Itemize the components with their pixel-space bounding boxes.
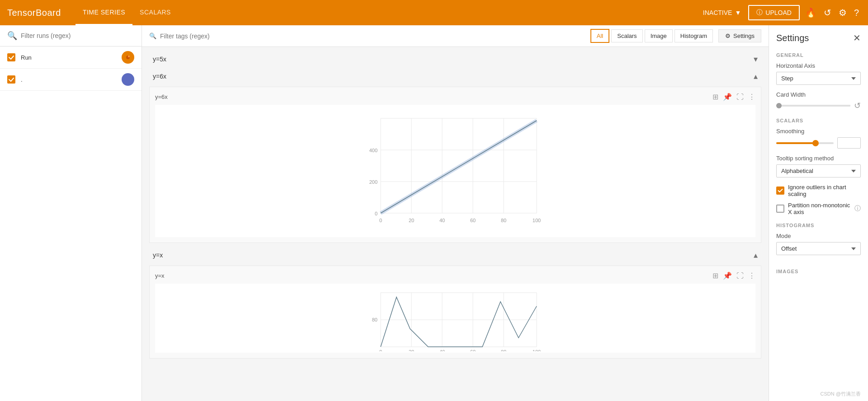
ignore-outliers-checkbox[interactable]: [776, 187, 784, 195]
card-width-row: ↺: [776, 101, 861, 111]
runs-search: 🔍: [0, 25, 142, 47]
runs-search-input[interactable]: [21, 32, 134, 39]
images-section-label: IMAGES: [776, 269, 861, 274]
ignore-outliers-row: Ignore outliers in chart scaling: [776, 184, 861, 197]
chevron-down-icon: ▼: [735, 9, 741, 16]
smoothing-input[interactable]: 0.6: [837, 137, 861, 149]
card-width-slider[interactable]: [776, 105, 850, 107]
more2-icon[interactable]: ⋮: [748, 271, 755, 280]
filter-buttons: All Scalars Image Histogram: [590, 29, 713, 43]
expand-icon[interactable]: ⛶: [736, 93, 744, 101]
chart-header-y6x: y=6x ⊞ 📌 ⛶ ⋮: [155, 93, 755, 101]
mode-select[interactable]: Offset Overlay: [776, 242, 861, 255]
filter-all[interactable]: All: [590, 29, 609, 43]
section-chevron-y5x: ▾: [754, 54, 758, 64]
search-icon: 🔍: [7, 31, 17, 41]
chart-card-yx: y=x ⊞ 📌 ⛶ ⋮: [149, 266, 761, 359]
charts-area: y=5x ▾ y=6x ▴ y=6x ⊞ 📌 ⛶ ⋮: [142, 47, 769, 401]
svg-text:80: 80: [501, 349, 506, 351]
section-chevron-yx: ▴: [754, 250, 758, 260]
settings-button[interactable]: ⚙ Settings: [718, 29, 761, 42]
filter-image[interactable]: Image: [645, 29, 673, 42]
run-item-1: .: [0, 69, 142, 91]
smoothing-label: Smoothing: [776, 128, 861, 135]
section-header-y5x[interactable]: y=5x ▾: [142, 51, 769, 68]
svg-text:40: 40: [439, 349, 445, 351]
mode-label: Mode: [776, 233, 861, 239]
svg-text:0: 0: [375, 211, 377, 216]
svg-text:40: 40: [439, 218, 445, 223]
svg-text:60: 60: [470, 349, 476, 351]
section-title-y6x: y=6x: [153, 73, 750, 80]
svg-text:20: 20: [409, 218, 414, 223]
tab-scalars[interactable]: SCALARS: [132, 0, 178, 25]
partition-label: Partition non-monotonic X axis: [788, 202, 851, 215]
run-label-0: Run: [21, 54, 116, 61]
smoothing-row: 0.6: [776, 137, 861, 149]
ignore-outliers-label: Ignore outliers in chart scaling: [788, 184, 861, 197]
section-title-yx: y=x: [153, 252, 750, 259]
main-toolbar: 🔍 All Scalars Image Histogram ⚙ Settings: [142, 25, 769, 47]
svg-text:60: 60: [470, 218, 476, 223]
run-color-0: [122, 51, 134, 64]
scalars-section-label: SCALARS: [776, 118, 861, 123]
svg-text:400: 400: [369, 148, 377, 153]
partition-info-icon[interactable]: ⓘ: [854, 205, 861, 213]
run-checkbox-0[interactable]: [7, 53, 15, 61]
pin2-icon[interactable]: 📌: [723, 271, 732, 280]
settings-panel: Settings ✕ GENERAL Horizontal Axis Step …: [769, 25, 868, 401]
partition-checkbox[interactable]: [776, 205, 784, 213]
tags-search: 🔍: [149, 33, 585, 40]
horizontal-axis-select[interactable]: Step Relative Wall: [776, 72, 861, 85]
card-width-reset-icon[interactable]: ↺: [854, 101, 861, 111]
svg-text:80: 80: [372, 317, 377, 322]
filter-scalars[interactable]: Scalars: [611, 29, 642, 42]
chart-actions-yx: ⊞ 📌 ⛶ ⋮: [712, 271, 755, 280]
svg-text:100: 100: [533, 218, 541, 223]
histograms-section-label: HISTOGRAMS: [776, 223, 861, 228]
horizontal-axis-label: Horizontal Axis: [776, 62, 861, 69]
chart-actions-y6x: ⊞ 📌 ⛶ ⋮: [712, 93, 755, 101]
section-header-yx[interactable]: y=x ▴: [142, 247, 769, 264]
section-chevron-y6x: ▴: [754, 71, 758, 81]
svg-text:200: 200: [369, 179, 377, 185]
status-dropdown[interactable]: INACTIVE ▼: [699, 7, 745, 18]
section-header-y6x[interactable]: y=6x ▴: [142, 68, 769, 85]
run-checkbox-1[interactable]: [7, 75, 15, 84]
svg-line-23: [381, 121, 537, 213]
more-icon[interactable]: ⋮: [748, 93, 755, 101]
tags-search-input[interactable]: [160, 33, 585, 40]
chart-svg-y6x: 0 200 400 0 20 40 60 80 100: [155, 105, 755, 237]
sidebar: 🔍 Run .: [0, 25, 142, 401]
main-content: 🔍 All Scalars Image Histogram ⚙ Settings…: [142, 25, 769, 401]
gear-icon[interactable]: ⚙: [837, 5, 849, 20]
svg-text:0: 0: [379, 349, 382, 351]
image2-icon[interactable]: ⊞: [712, 271, 718, 280]
smoothing-slider[interactable]: [776, 142, 834, 144]
tags-search-icon: 🔍: [149, 33, 156, 39]
image-icon[interactable]: ⊞: [712, 93, 718, 101]
upload-button[interactable]: ⓘ UPLOAD: [748, 5, 800, 20]
nav-tabs: TIME SERIES SCALARS: [75, 0, 699, 25]
tab-time-series[interactable]: TIME SERIES: [75, 0, 132, 25]
general-section-label: GENERAL: [776, 52, 861, 58]
svg-text:100: 100: [533, 349, 541, 351]
settings-close-button[interactable]: ✕: [853, 33, 861, 43]
fire-icon[interactable]: 🔥: [803, 5, 818, 20]
run-label-1: .: [21, 76, 116, 83]
upload-circle-icon: ⓘ: [756, 9, 763, 17]
refresh-icon[interactable]: ↺: [822, 5, 833, 20]
card-width-label: Card Width: [776, 91, 861, 98]
settings-title: Settings: [776, 33, 809, 43]
help-icon[interactable]: ?: [852, 6, 861, 20]
expand2-icon[interactable]: ⛶: [736, 272, 744, 280]
chart-title-y6x: y=6x: [155, 93, 168, 100]
svg-text:80: 80: [501, 218, 506, 223]
svg-text:20: 20: [409, 349, 414, 351]
gear-settings-icon: ⚙: [725, 33, 731, 39]
filter-histogram[interactable]: Histogram: [675, 29, 713, 42]
top-nav: TensorBoard TIME SERIES SCALARS INACTIVE…: [0, 0, 868, 25]
brand-logo: TensorBoard: [7, 8, 61, 18]
pin-icon[interactable]: 📌: [723, 93, 732, 101]
tooltip-select[interactable]: Alphabetical Ascending Descending Defaul…: [776, 164, 861, 177]
